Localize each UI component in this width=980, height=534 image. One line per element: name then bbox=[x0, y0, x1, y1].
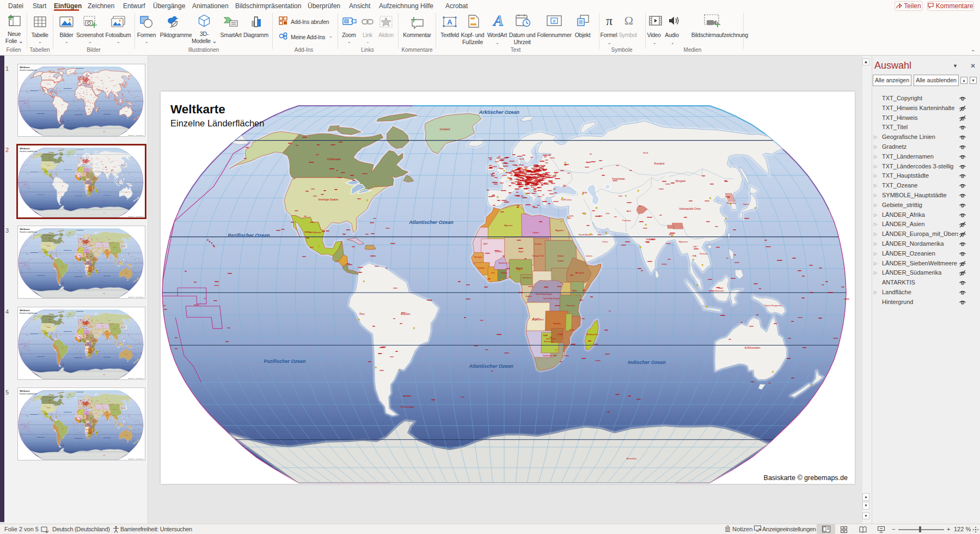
svg-text:#: # bbox=[553, 19, 555, 24]
svg-text:A: A bbox=[447, 18, 452, 26]
svg-text:Ω: Ω bbox=[624, 14, 633, 27]
svg-text:π: π bbox=[606, 14, 612, 27]
svg-text:A: A bbox=[492, 14, 503, 28]
